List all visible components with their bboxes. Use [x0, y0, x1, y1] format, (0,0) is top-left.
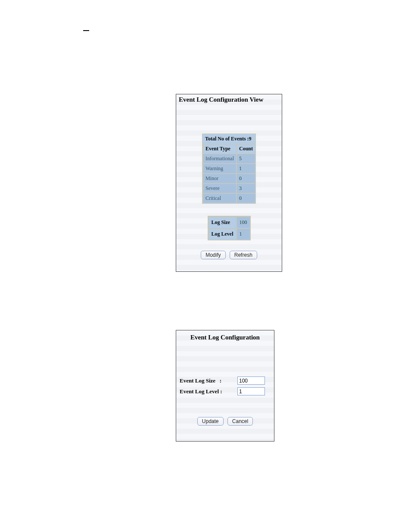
edit-button-row: Update Cancel: [180, 417, 271, 426]
table-row: Severe 3: [203, 184, 255, 193]
event-count-cell: 0: [237, 193, 255, 203]
update-button[interactable]: Update: [197, 417, 224, 426]
table-row: Minor 0: [203, 174, 255, 183]
total-events-caption: Total No of Events :9: [203, 134, 255, 143]
event-log-level-input[interactable]: [237, 387, 265, 395]
panel-title: Event Log Configuration: [180, 334, 271, 341]
event-log-level-row: Event Log Level :: [180, 387, 271, 395]
event-type-cell: Informational: [203, 154, 236, 163]
event-count-table: Total No of Events :9 Event Type Count I…: [202, 134, 256, 204]
table-row: Warning 1: [203, 164, 255, 173]
event-type-cell: Severe: [203, 184, 236, 193]
table-row: Informational 5: [203, 154, 255, 163]
event-log-size-input[interactable]: [237, 376, 265, 385]
view-button-row: Modify Refresh: [179, 251, 279, 259]
event-count-cell: 0: [237, 174, 255, 183]
log-config-table: Log Size 100 Log Level 1: [208, 216, 251, 240]
log-level-value: 1: [237, 228, 250, 240]
col-count: Count: [237, 144, 255, 153]
col-event-type: Event Type: [203, 144, 236, 153]
event-log-level-label: Event Log Level :: [180, 388, 237, 395]
event-type-cell: Minor: [203, 174, 236, 183]
decorative-dash: [83, 30, 89, 31]
log-size-value: 100: [237, 217, 250, 228]
event-count-cell: 1: [237, 164, 255, 173]
event-count-cell: 3: [237, 184, 255, 193]
panel-title: Event Log Configuration View: [179, 96, 279, 103]
event-count-cell: 5: [237, 154, 255, 163]
event-log-size-row: Event Log Size :: [180, 376, 271, 385]
table-row: Critical 0: [203, 193, 255, 203]
page: Event Log Configuration View Total No of…: [0, 0, 411, 532]
cancel-button[interactable]: Cancel: [227, 417, 253, 426]
log-size-label: Log Size: [209, 217, 236, 228]
refresh-button[interactable]: Refresh: [230, 251, 257, 259]
event-log-size-label: Event Log Size :: [180, 377, 237, 384]
event-log-config-view-panel: Event Log Configuration View Total No of…: [176, 94, 282, 272]
event-type-cell: Warning: [203, 164, 236, 173]
log-level-label: Log Level: [209, 228, 236, 240]
modify-button[interactable]: Modify: [201, 251, 225, 259]
event-type-cell: Critical: [203, 193, 236, 203]
event-log-config-edit-panel: Event Log Configuration Event Log Size :…: [176, 330, 274, 442]
